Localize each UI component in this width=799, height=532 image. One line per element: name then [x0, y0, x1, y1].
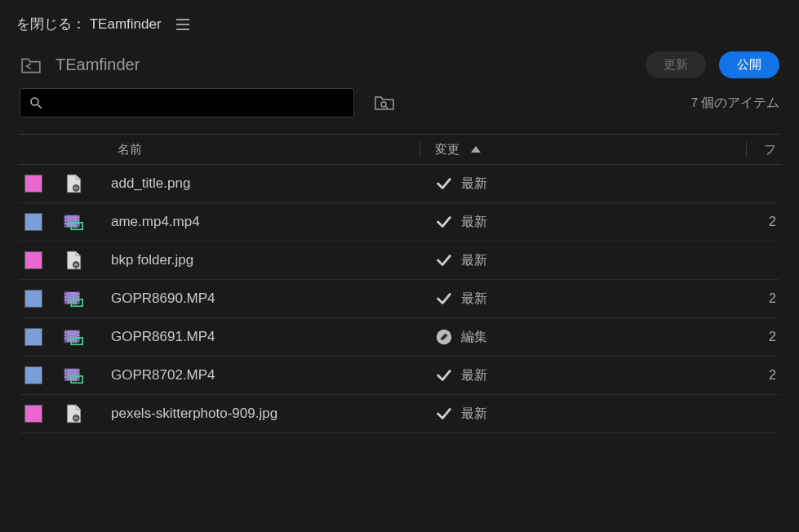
col-modified-header[interactable]: 変更	[420, 142, 747, 157]
panel-title: を閉じる： TEamfinder	[16, 15, 162, 33]
back-folder-icon[interactable]	[20, 56, 42, 74]
status-text: 最新	[461, 252, 487, 269]
image-file-icon	[62, 172, 85, 195]
search-box[interactable]	[20, 88, 354, 117]
file-icon-cell	[62, 326, 111, 348]
extra-cell: 2	[747, 215, 779, 229]
search-input[interactable]	[43, 96, 345, 110]
file-icon-cell	[62, 402, 111, 425]
color-swatch[interactable]	[24, 251, 42, 269]
check-icon	[435, 405, 453, 423]
refresh-button[interactable]: 更新	[646, 51, 706, 78]
filename: bkp folder.jpg	[111, 252, 193, 268]
status-cell: 最新	[420, 251, 747, 269]
status-text: 最新	[461, 367, 487, 384]
status-text: 最新	[461, 214, 487, 231]
status-cell: 最新	[420, 290, 747, 308]
color-cell	[20, 251, 62, 269]
color-cell	[20, 213, 62, 231]
table-row[interactable]: add_title.png 最新	[20, 165, 779, 203]
table-row[interactable]: GOPR8690.MP4 最新 2	[20, 280, 779, 318]
color-swatch[interactable]	[24, 175, 42, 193]
status-text: 最新	[461, 175, 487, 193]
file-icon-cell	[62, 249, 111, 272]
col-name-header[interactable]: 名前	[62, 142, 420, 157]
image-file-icon	[62, 402, 85, 425]
sort-ascending-icon	[471, 146, 481, 153]
color-swatch[interactable]	[24, 213, 42, 231]
filename-cell: ame.mp4.mp4	[111, 214, 420, 230]
close-prefix: を閉じる：	[16, 16, 86, 32]
file-icon-cell	[62, 211, 111, 233]
filename-cell: bkp folder.jpg	[111, 252, 420, 268]
color-cell	[20, 328, 62, 346]
publish-button[interactable]: 公開	[719, 51, 779, 78]
filename: pexels-skitterphoto-909.jpg	[111, 406, 277, 421]
extra-cell: 2	[747, 291, 779, 306]
svg-point-0	[31, 98, 38, 105]
video-file-icon	[62, 287, 85, 310]
table-row[interactable]: ame.mp4.mp4 最新 2	[20, 203, 779, 242]
file-icon-cell	[62, 172, 111, 195]
status-cell: 最新	[420, 213, 747, 231]
search-row: ７個のアイテム	[0, 85, 799, 127]
item-count: ７個のアイテム	[688, 95, 779, 112]
filename: add_title.png	[111, 175, 190, 191]
check-icon	[435, 213, 453, 231]
filename: ame.mp4.mp4	[111, 214, 200, 229]
filename-cell: pexels-skitterphoto-909.jpg	[111, 406, 420, 422]
status-cell: 最新	[420, 405, 747, 423]
check-icon	[435, 175, 453, 193]
svg-line-3	[386, 107, 388, 109]
table-body: add_title.png 最新 ame.mp4.mp4 最新 2	[20, 165, 779, 433]
check-icon	[435, 251, 453, 269]
status-text: 最新	[461, 406, 487, 423]
project-name: TEamfinder	[90, 16, 162, 32]
check-icon	[435, 290, 453, 308]
table-row[interactable]: GOPR8702.MP4 最新 2	[20, 357, 779, 395]
edit-icon	[435, 328, 453, 346]
color-swatch[interactable]	[24, 328, 42, 346]
status-text: 編集	[461, 329, 487, 346]
search-icon	[29, 95, 43, 110]
status-cell: 編集	[420, 328, 747, 346]
menu-icon[interactable]	[176, 19, 189, 30]
file-icon-cell	[62, 287, 111, 310]
color-cell	[20, 405, 62, 423]
col-extra-header[interactable]: フ	[747, 142, 779, 157]
svg-point-2	[381, 102, 386, 107]
video-file-icon	[62, 364, 85, 387]
color-swatch[interactable]	[24, 405, 42, 423]
panel-header: を閉じる： TEamfinder	[0, 0, 799, 42]
color-cell	[20, 175, 62, 193]
filename: GOPR8691.MP4	[111, 329, 215, 344]
color-cell	[20, 366, 62, 384]
color-cell	[20, 290, 62, 308]
video-file-icon	[62, 326, 85, 348]
filename-cell: add_title.png	[111, 175, 420, 192]
filename: GOPR8690.MP4	[111, 290, 215, 306]
image-file-icon	[62, 249, 85, 272]
folder-search-icon[interactable]	[374, 95, 395, 111]
status-text: 最新	[461, 290, 487, 308]
extra-cell: 2	[747, 368, 779, 383]
table-row[interactable]: bkp folder.jpg 最新	[20, 242, 779, 280]
check-icon	[435, 366, 453, 384]
breadcrumb[interactable]: TEamfinder	[55, 55, 633, 74]
filename: GOPR8702.MP4	[111, 367, 215, 383]
table-header: 名前 変更 フ	[20, 134, 779, 165]
color-swatch[interactable]	[24, 290, 42, 308]
filename-cell: GOPR8702.MP4	[111, 367, 420, 383]
filename-cell: GOPR8690.MP4	[111, 290, 420, 307]
svg-line-1	[38, 104, 42, 109]
table-row[interactable]: pexels-skitterphoto-909.jpg 最新	[20, 395, 779, 433]
file-icon-cell	[62, 364, 111, 387]
extra-cell: 2	[747, 330, 779, 344]
table-row[interactable]: GOPR8691.MP4 編集 2	[20, 318, 779, 357]
status-cell: 最新	[420, 366, 747, 384]
status-cell: 最新	[420, 175, 747, 193]
toolbar: TEamfinder 更新 公開	[0, 42, 799, 85]
video-file-icon	[62, 211, 85, 233]
filename-cell: GOPR8691.MP4	[111, 329, 420, 345]
color-swatch[interactable]	[24, 366, 42, 384]
